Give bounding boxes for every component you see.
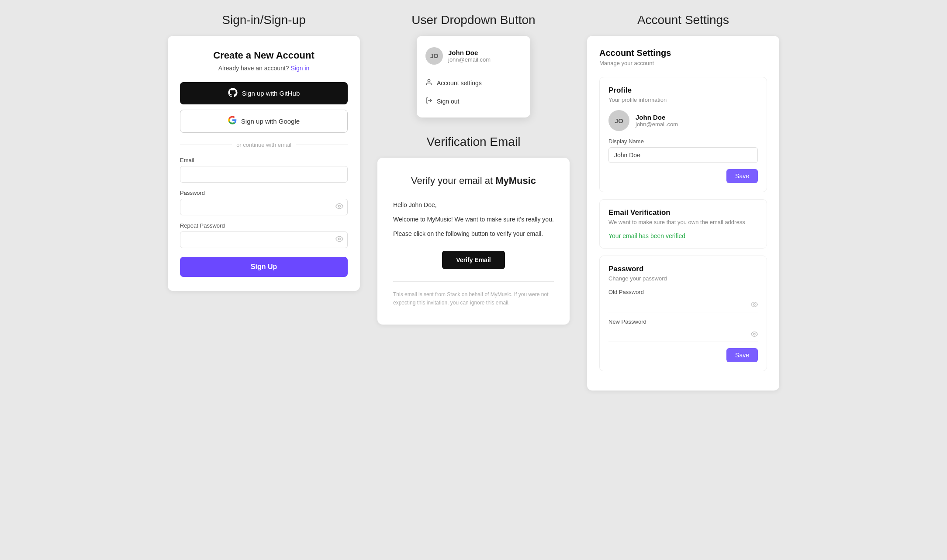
signin-link[interactable]: Sign in: [290, 65, 309, 72]
profile-section-title: Profile: [608, 86, 758, 95]
old-password-eye-icon[interactable]: [751, 301, 758, 310]
user-info-row: JO John Doe john@email.com: [417, 43, 530, 71]
signout-icon: [425, 97, 432, 106]
verified-status: Your email has been verified: [608, 232, 758, 239]
email-divider-line: [393, 281, 554, 282]
new-password-wrap: [608, 328, 758, 342]
old-password-input[interactable]: [608, 298, 758, 312]
email-footer: This email is sent from Stack on behalf …: [393, 290, 554, 307]
google-icon: [228, 116, 237, 127]
display-name-input[interactable]: [608, 147, 758, 163]
repeat-password-input-wrap: [180, 232, 348, 248]
email-divider: or continue with email: [180, 142, 348, 148]
new-password-input[interactable]: [608, 328, 758, 342]
sign-out-label: Sign out: [437, 98, 459, 105]
user-email: john@email.com: [448, 56, 491, 63]
dropdown-section: JO John Doe john@email.com Account setti…: [377, 36, 570, 325]
email-card: Verify your email at MyMusic Hello John …: [377, 158, 570, 325]
user-details: John Doe john@email.com: [448, 49, 491, 63]
password-input[interactable]: [180, 199, 348, 215]
svg-point-2: [428, 80, 430, 82]
verify-button-wrap: Verify Email: [393, 251, 554, 269]
email-label: Email: [180, 157, 348, 163]
repeat-password-input[interactable]: [180, 232, 348, 248]
signup-column: Sign-in/Sign-up Create a New Account Alr…: [168, 13, 360, 391]
google-signup-button[interactable]: Sign up with Google: [180, 110, 348, 133]
password-input-wrap: [180, 199, 348, 215]
middle-column: User Dropdown Button JO John Doe john@em…: [377, 13, 570, 391]
profile-save-button[interactable]: Save: [726, 169, 758, 183]
user-name: John Doe: [448, 49, 491, 56]
email-input-wrap: [180, 166, 348, 183]
password-eye-icon[interactable]: [335, 202, 343, 212]
profile-name: John Doe: [636, 114, 678, 121]
email-verification-section: Email Verification We want to make sure …: [599, 199, 767, 249]
repeat-password-label: Repeat Password: [180, 222, 348, 229]
verification-section-title: Verification Email: [377, 135, 570, 149]
account-settings-label: Account settings: [437, 80, 482, 86]
new-password-eye-icon[interactable]: [751, 331, 758, 339]
profile-user-info: John Doe john@email.com: [636, 114, 678, 128]
dropdown-column-title: User Dropdown Button: [377, 13, 570, 27]
account-settings-menu-item[interactable]: Account settings: [417, 74, 530, 92]
account-card-title: Account Settings: [599, 48, 767, 58]
password-section-title: Password: [608, 265, 758, 273]
display-name-label: Display Name: [608, 138, 758, 145]
profile-avatar: JO: [608, 110, 629, 131]
verify-email-button[interactable]: Verify Email: [442, 251, 505, 269]
email-body-line1: Welcome to MyMusic! We want to make sure…: [393, 215, 554, 224]
github-icon: [228, 88, 238, 99]
account-settings-card: Account Settings Manage your account Pro…: [587, 36, 779, 391]
email-input[interactable]: [180, 166, 348, 183]
account-settings-column-title: Account Settings: [587, 13, 779, 27]
signup-card-title: Create a New Account: [180, 50, 348, 61]
email-verification-title: Email Verification: [608, 208, 758, 217]
profile-email: john@email.com: [636, 121, 678, 128]
github-signup-button[interactable]: Sign up with GitHub: [180, 82, 348, 104]
verification-section: Verification Email Verify your email at …: [377, 135, 570, 325]
profile-section-desc: Your profile information: [608, 97, 758, 103]
account-card-header: Account Settings Manage your account: [599, 48, 767, 66]
password-section-desc: Change your password: [608, 275, 758, 282]
profile-save-row: Save: [608, 169, 758, 183]
avatar: JO: [425, 47, 443, 65]
svg-point-4: [753, 304, 755, 305]
password-save-row: Save: [608, 348, 758, 362]
person-icon: [425, 79, 432, 87]
sign-out-menu-item[interactable]: Sign out: [417, 92, 530, 111]
profile-section: Profile Your profile information JO John…: [599, 77, 767, 192]
svg-point-1: [339, 238, 341, 240]
svg-point-5: [753, 333, 755, 335]
signup-column-title: Sign-in/Sign-up: [168, 13, 360, 27]
account-card-subtitle: Manage your account: [599, 60, 767, 66]
old-password-label: Old Password: [608, 289, 758, 295]
user-dropdown-card: JO John Doe john@email.com Account setti…: [417, 36, 530, 118]
email-subject: Verify your email at MyMusic: [393, 175, 554, 187]
password-save-button[interactable]: Save: [726, 348, 758, 362]
svg-point-0: [339, 205, 341, 207]
signup-button[interactable]: Sign Up: [180, 257, 348, 277]
email-verification-desc: We want to make sure that you own the em…: [608, 219, 758, 225]
signup-card: Create a New Account Already have an acc…: [168, 36, 360, 291]
email-body-line2: Please click on the following button to …: [393, 229, 554, 239]
signup-already-text: Already have an account? Sign in: [180, 65, 348, 72]
new-password-label: New Password: [608, 318, 758, 325]
old-password-wrap: [608, 298, 758, 312]
password-section: Password Change your password Old Passwo…: [599, 256, 767, 371]
password-label: Password: [180, 190, 348, 196]
repeat-password-eye-icon[interactable]: [335, 235, 343, 245]
email-greeting: Hello John Doe,: [393, 200, 554, 210]
account-settings-column: Account Settings Account Settings Manage…: [587, 13, 779, 391]
profile-row: JO John Doe john@email.com: [608, 110, 758, 131]
app-name: MyMusic: [495, 175, 536, 186]
